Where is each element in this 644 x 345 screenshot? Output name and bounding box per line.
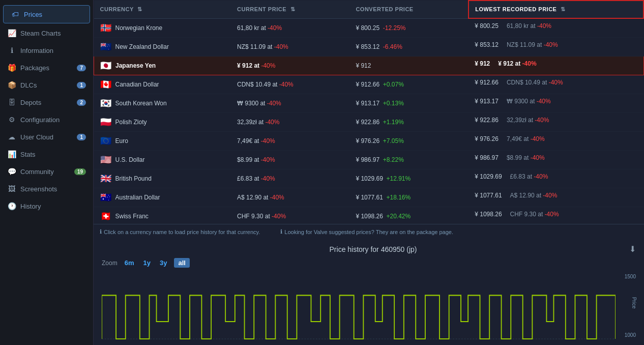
currency-sort-icon: ⇅ (137, 6, 142, 12)
flag-icon: 🇺🇸 (100, 154, 111, 165)
current-price-cell: 61,80 kr at -40% (231, 18, 349, 37)
sidebar-item-stats[interactable]: 📊 Stats (0, 146, 93, 163)
col-lowest-recorded[interactable]: LOWEST RECORDED PRICE ⇅ (469, 1, 643, 18)
currency-name[interactable]: Swiss Franc (115, 213, 149, 220)
converted-value: ¥ 913.17 (356, 100, 379, 107)
currency-name[interactable]: Australian Dollar (115, 194, 160, 201)
currency-cell[interactable]: 🇰🇷South Korean Won (94, 94, 231, 112)
info-right: ℹ Looking for Valve suggested prices? Th… (280, 228, 453, 235)
sidebar-item-label: Depots (20, 99, 41, 106)
currency-name[interactable]: Canadian Dollar (115, 81, 159, 88)
flag-icon: 🇳🇴 (100, 22, 111, 34)
flag-icon: 🇨🇦 (100, 79, 111, 90)
price-base: 32,39zł at (237, 119, 265, 126)
currency-cell[interactable]: 🇵🇱Polish Zloty (94, 112, 231, 131)
dlcs-icon: 📦 (7, 81, 16, 89)
converted-diff: -12.25% (383, 24, 406, 32)
sidebar-item-screenshots[interactable]: 🖼 Screenshots (0, 180, 93, 197)
download-chart-button[interactable]: ⬇ (629, 244, 636, 254)
history-icon: 🕐 (7, 202, 16, 210)
sidebar-item-user-cloud[interactable]: ☁ User Cloud 1 (0, 128, 93, 146)
lowest-price-text: CHF 9.30 at -40% (510, 211, 559, 218)
zoom-label: Zoom (102, 260, 118, 267)
currency-cell[interactable]: 🇪🇺Euro (94, 131, 231, 150)
table-body: 🇳🇴Norwegian Krone61,80 kr at -40%¥ 800.2… (94, 18, 644, 224)
currency-cell[interactable]: 🇦🇺Australian Dollar (94, 188, 231, 207)
currency-name[interactable]: South Korean Won (115, 100, 167, 107)
lowest-discount: -40% (543, 192, 557, 199)
lowest-value: ¥ 912 (475, 60, 490, 67)
screenshots-icon: 🖼 (7, 185, 16, 193)
zoom-all-button[interactable]: all (174, 258, 189, 268)
currency-name[interactable]: British Pound (115, 175, 152, 182)
community-icon: 💬 (7, 167, 16, 176)
currency-cell[interactable]: 🇨🇦Canadian Dollar (94, 75, 231, 94)
zoom-1y-button[interactable]: 1y (141, 258, 152, 268)
currency-cell[interactable]: 🇨🇭Swiss Franc (94, 207, 231, 224)
sidebar-item-dlcs[interactable]: 📦 DLCs 1 (0, 76, 93, 94)
sidebar-item-packages[interactable]: 🎁 Packages 7 (0, 59, 93, 76)
lowest-price-text: 61,80 kr at -40% (507, 22, 551, 30)
lowest-price-text: £6.83 at -40% (510, 173, 548, 180)
converted-value: ¥ 986.97 (356, 156, 379, 163)
table-row: 🇺🇸U.S. Dollar$8.99 at -40%¥ 986.97 +8.22… (94, 150, 644, 169)
depots-icon: 🗄 (7, 98, 16, 106)
current-price-cell: CDN$ 10.49 at -40% (231, 75, 349, 94)
converted-diff: -6.46% (383, 43, 402, 50)
currency-name[interactable]: Euro (115, 137, 128, 145)
currency-cell[interactable]: 🇬🇧British Pound (94, 169, 231, 188)
currency-cell[interactable]: 🇳🇴Norwegian Krone (94, 18, 231, 37)
flag-icon: 🇵🇱 (100, 117, 111, 128)
table-row: 🇰🇷South Korean Won₩ 9300 at -40%¥ 913.17… (94, 94, 644, 112)
sidebar-item-depots[interactable]: 🗄 Depots 2 (0, 94, 93, 111)
sidebar-item-history[interactable]: 🕐 History (0, 197, 93, 215)
packages-icon: 🎁 (7, 64, 16, 72)
converted-price-cell: ¥ 912.66 +0.07% (349, 75, 469, 94)
sidebar-item-prices[interactable]: 🏷 Prices (3, 5, 90, 23)
info-icon-left: ℹ (100, 228, 102, 235)
converted-price-cell: ¥ 912 (349, 56, 469, 75)
lowest-discount: -40% (537, 98, 551, 105)
lowest-discount: -40% (531, 154, 545, 161)
currency-name[interactable]: New Zealand Dollar (115, 43, 169, 50)
current-price-cell: £6.83 at -40% (231, 169, 349, 188)
sidebar-item-steam-charts[interactable]: 📈 Steam Charts (0, 24, 93, 42)
sidebar-item-configuration[interactable]: ⚙ Configuration (0, 111, 93, 128)
lowest-recorded-cell: ¥ 1098.26CHF 9.30 at -40% (469, 207, 643, 221)
currency-cell[interactable]: 🇺🇸U.S. Dollar (94, 150, 231, 169)
zoom-3y-button[interactable]: 3y (158, 258, 169, 268)
zoom-6m-button[interactable]: 6m (123, 258, 136, 268)
converted-value: ¥ 1077.61 (356, 194, 383, 201)
sidebar-item-label: DLCs (20, 81, 37, 89)
lowest-value: ¥ 913.17 (475, 98, 499, 105)
converted-price-cell: ¥ 1077.61 +18.16% (349, 188, 469, 207)
currency-cell[interactable]: 🇯🇵Japanese Yen (94, 56, 231, 75)
lowest-discount: -40% (531, 135, 545, 142)
price-discount: -40% (267, 100, 281, 107)
col-current-price[interactable]: CURRENT PRICE ⇅ (231, 1, 349, 18)
information-icon: ℹ (7, 46, 16, 54)
info-icon-right: ℹ (280, 228, 282, 235)
price-discount: -40% (261, 137, 275, 145)
flag-icon: 🇪🇺 (100, 135, 111, 147)
lowest-value: ¥ 976.26 (475, 135, 499, 142)
sidebar-item-community[interactable]: 💬 Community 19 (0, 163, 93, 180)
sidebar-item-information[interactable]: ℹ Information (0, 42, 93, 59)
lowest-sort-icon: ⇅ (561, 6, 566, 12)
currency-cell[interactable]: 🇳🇿New Zealand Dollar (94, 37, 231, 56)
current-price-cell: 32,39zł at -40% (231, 112, 349, 131)
lowest-price-text: ¥ 912 at -40% (498, 60, 536, 67)
table-row: 🇨🇦Canadian DollarCDN$ 10.49 at -40%¥ 912… (94, 75, 644, 94)
table-row: 🇪🇺Euro7,49€ at -40%¥ 976.26 +7.05%¥ 976.… (94, 131, 644, 150)
price-chart (102, 272, 616, 340)
flag-icon: 🇨🇭 (100, 211, 111, 222)
col-currency[interactable]: CURRENCY ⇅ (94, 1, 231, 18)
price-discount: -40% (274, 43, 288, 50)
converted-diff: +0.07% (383, 81, 404, 88)
currency-name[interactable]: Japanese Yen (115, 62, 156, 69)
currency-name[interactable]: Norwegian Krone (115, 24, 163, 32)
currency-name[interactable]: Polish Zloty (115, 119, 147, 126)
lowest-value: ¥ 1098.26 (475, 211, 502, 218)
currency-name[interactable]: U.S. Dollar (115, 156, 145, 163)
dlcs-badge: 1 (77, 82, 86, 89)
